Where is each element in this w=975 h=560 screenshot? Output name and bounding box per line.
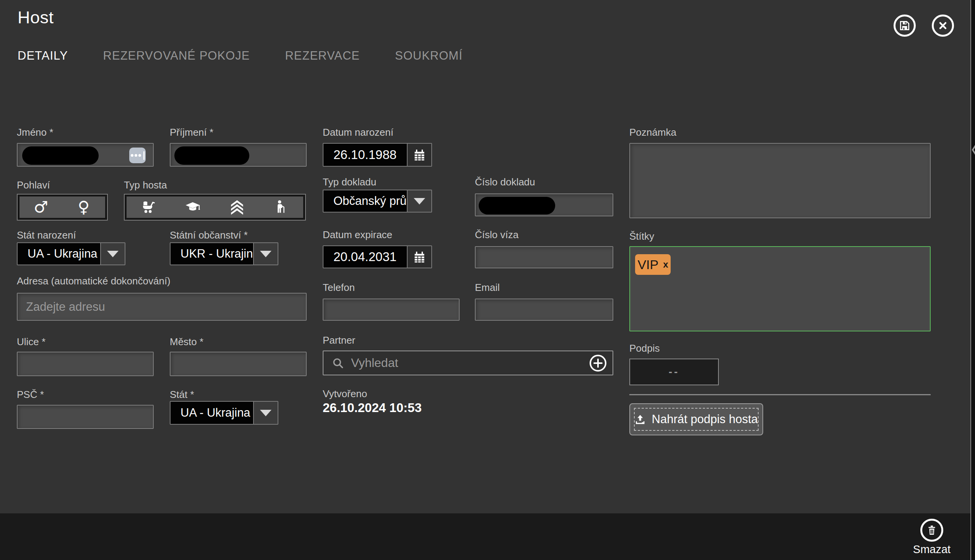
tab-soukromi[interactable]: SOUKROMÍ — [395, 49, 463, 63]
stat-narozeni-select[interactable]: UA - Ukrajina — [17, 242, 125, 265]
poznamka-field — [629, 143, 931, 218]
signature-section-divider — [629, 394, 931, 395]
tag-vip-remove-button[interactable]: x — [663, 259, 668, 270]
prijmeni-redacted-value — [174, 147, 249, 165]
upload-signature-label: Nahrát podpis hosta — [652, 412, 758, 426]
typ-dokladu-value: Občanský průkaz — [323, 190, 407, 212]
guest-detail-window: Host DETAILY REZERVOVANÉ POKOJE REZERVAC… — [0, 0, 975, 560]
guest-type-student-button[interactable] — [171, 197, 215, 218]
stat-value: UA - Ukrajina — [170, 402, 253, 424]
trash-icon — [926, 525, 938, 536]
statni-obcanstvi-select[interactable]: UKR - Ukrajina — [170, 242, 278, 265]
tag-vip-text: VIP — [637, 257, 658, 272]
poznamka-label: Poznámka — [629, 127, 677, 138]
email-input[interactable] — [476, 299, 613, 320]
gender-male-button[interactable]: ♂ — [20, 197, 62, 218]
jmeno-label: Jméno * — [17, 127, 53, 138]
save-floppy-icon — [899, 20, 910, 31]
baby-stroller-icon — [141, 200, 157, 215]
jmeno-redacted-value — [22, 147, 98, 165]
autofill-suggest-button[interactable] — [129, 148, 146, 163]
calendar-button[interactable] — [407, 246, 431, 268]
datum-narozeni-field[interactable]: 26.10.1988 — [323, 143, 432, 167]
statni-obcanstvi-label: Státní občanství * — [170, 230, 248, 241]
cislo-dokladu-label: Číslo dokladu — [475, 177, 535, 188]
statni-obcanstvi-value: UKR - Ukrajina — [170, 243, 253, 265]
poznamka-textarea[interactable] — [630, 144, 930, 218]
calendar-button[interactable] — [407, 144, 431, 166]
stat-narozeni-label: Stát narození — [17, 230, 76, 241]
vytvoreno-value: 26.10.2024 10:53 — [323, 401, 422, 415]
datum-expirace-field[interactable]: 20.04.2031 — [323, 245, 432, 268]
email-field — [475, 298, 613, 321]
tab-detaily[interactable]: DETAILY — [18, 49, 68, 63]
side-panel-strip — [970, 0, 975, 560]
cislo-viza-label: Číslo víza — [475, 229, 518, 241]
stat-select[interactable]: UA - Ukrajina — [170, 401, 278, 425]
typ-dokladu-label: Typ dokladu — [323, 177, 376, 188]
stitky-label: Štítky — [629, 231, 654, 242]
cislo-dokladu-input[interactable] — [475, 193, 613, 217]
cislo-dokladu-redacted-value — [479, 197, 555, 215]
datum-narozeni-label: Datum narození — [323, 127, 393, 138]
ulice-input[interactable] — [18, 352, 153, 375]
podpis-placeholder-value: -- — [669, 366, 680, 378]
upload-signature-button[interactable]: Nahrát podpis hosta — [629, 403, 763, 435]
upload-icon — [635, 412, 646, 426]
telefon-field — [323, 298, 460, 321]
tab-rezervace[interactable]: REZERVACE — [285, 49, 360, 63]
stitky-tag-area[interactable]: VIP x — [629, 246, 931, 332]
podpis-label: Podpis — [629, 343, 660, 354]
podpis-preview-box[interactable]: -- — [629, 358, 719, 385]
stat-label: Stát * — [170, 389, 194, 401]
chevron-down-icon[interactable] — [253, 402, 278, 424]
psc-label: PSČ * — [17, 389, 44, 401]
close-button[interactable] — [932, 15, 954, 37]
delete-button-label: Smazat — [913, 543, 951, 556]
pohlavi-toggle-group: ♂ ♀ — [17, 194, 108, 220]
psc-field — [17, 405, 154, 429]
chevron-down-icon[interactable] — [407, 190, 431, 212]
guest-type-senior-button[interactable] — [259, 197, 303, 218]
female-icon: ♀ — [78, 199, 90, 215]
calendar-icon — [413, 250, 426, 263]
typ-hosta-toggle-group — [124, 194, 306, 220]
psc-input[interactable] — [18, 405, 153, 428]
page-title: Host — [18, 8, 54, 28]
telefon-label: Telefon — [323, 282, 355, 293]
male-icon: ♂ — [33, 199, 48, 215]
mesto-label: Město * — [170, 337, 203, 348]
tag-vip: VIP x — [635, 254, 671, 275]
ulice-field — [17, 352, 154, 376]
datum-narozeni-value: 26.10.1988 — [323, 144, 407, 166]
ulice-label: Ulice * — [17, 337, 45, 348]
jmeno-input[interactable] — [17, 143, 154, 167]
collapse-panel-chevron-icon[interactable] — [972, 142, 975, 157]
cislo-viza-field — [475, 246, 613, 268]
add-partner-button[interactable] — [589, 354, 607, 372]
stat-narozeni-value: UA - Ukrajina — [18, 243, 100, 265]
prijmeni-input[interactable] — [170, 143, 307, 167]
cislo-viza-input[interactable] — [476, 247, 613, 268]
email-label: Email — [475, 282, 500, 293]
vytvoreno-label: Vytvořeno — [323, 388, 367, 400]
chevron-down-icon[interactable] — [253, 243, 278, 265]
prijmeni-label: Příjmení * — [170, 127, 213, 138]
guest-type-child-button[interactable] — [127, 197, 171, 218]
tab-rezervovane-pokoje[interactable]: REZERVOVANÉ POKOJE — [103, 49, 250, 63]
save-button[interactable] — [893, 15, 916, 37]
datum-expirace-label: Datum expirace — [323, 229, 392, 241]
mesto-input[interactable] — [170, 352, 306, 375]
search-icon — [332, 357, 344, 369]
mesto-field — [170, 352, 307, 376]
telefon-input[interactable] — [323, 299, 459, 320]
adresa-input[interactable] — [18, 293, 306, 320]
chevron-down-icon[interactable] — [100, 243, 125, 265]
delete-button[interactable] — [920, 519, 943, 542]
typ-dokladu-select[interactable]: Občanský průkaz — [323, 190, 432, 213]
gender-female-button[interactable]: ♀ — [62, 197, 105, 218]
guest-type-rank-button[interactable] — [215, 197, 259, 218]
dots-caret-icon — [131, 154, 133, 157]
partner-label: Partner — [323, 335, 355, 346]
partner-search-input[interactable] — [344, 355, 589, 370]
